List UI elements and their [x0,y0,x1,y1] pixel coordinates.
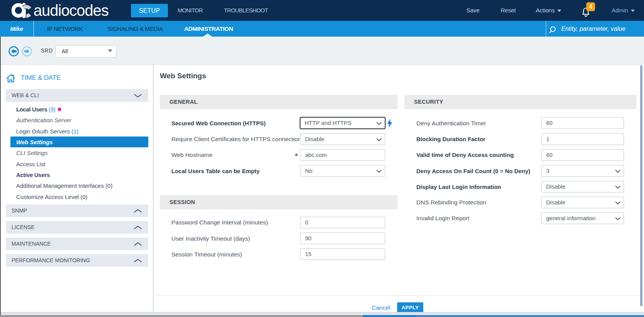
svg-text:audiocodes: audiocodes [34,2,109,19]
